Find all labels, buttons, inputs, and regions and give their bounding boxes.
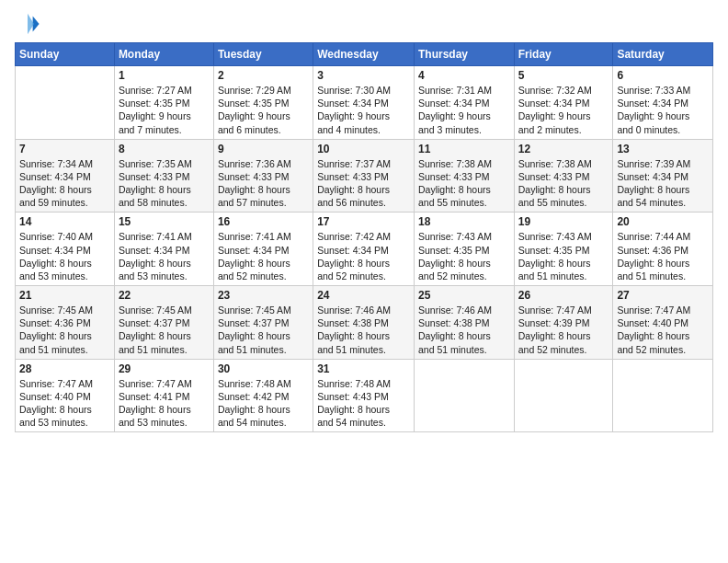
day-number: 4 (418, 69, 510, 82)
calendar-cell: 23Sunrise: 7:45 AM Sunset: 4:37 PM Dayli… (213, 286, 313, 360)
cell-info: Sunrise: 7:27 AM Sunset: 4:35 PM Dayligh… (119, 84, 210, 136)
cell-info: Sunrise: 7:41 AM Sunset: 4:34 PM Dayligh… (218, 230, 309, 282)
calendar-cell: 8Sunrise: 7:35 AM Sunset: 4:33 PM Daylig… (114, 139, 213, 213)
day-number: 2 (218, 69, 309, 82)
day-of-week-header: Wednesday (313, 43, 415, 66)
day-number: 16 (218, 215, 309, 228)
day-number: 8 (119, 143, 210, 155)
calendar-cell (613, 359, 713, 432)
day-number: 6 (617, 69, 709, 82)
calendar-week-row: 21Sunrise: 7:45 AM Sunset: 4:36 PM Dayli… (16, 286, 713, 360)
cell-info: Sunrise: 7:36 AM Sunset: 4:33 PM Dayligh… (218, 157, 309, 210)
cell-info: Sunrise: 7:46 AM Sunset: 4:38 PM Dayligh… (418, 304, 510, 356)
calendar-cell: 18Sunrise: 7:43 AM Sunset: 4:35 PM Dayli… (414, 213, 514, 286)
calendar-cell: 28Sunrise: 7:47 AM Sunset: 4:40 PM Dayli… (16, 359, 115, 432)
day-of-week-header: Thursday (414, 43, 514, 66)
cell-info: Sunrise: 7:47 AM Sunset: 4:41 PM Dayligh… (119, 377, 210, 430)
day-number: 7 (19, 143, 110, 155)
calendar-week-row: 7Sunrise: 7:34 AM Sunset: 4:34 PM Daylig… (16, 139, 713, 213)
calendar-header-row: SundayMondayTuesdayWednesdayThursdayFrid… (16, 43, 713, 66)
calendar-cell: 31Sunrise: 7:48 AM Sunset: 4:43 PM Dayli… (313, 359, 415, 432)
page-container: SundayMondayTuesdayWednesdayThursdayFrid… (0, 0, 728, 440)
cell-info: Sunrise: 7:47 AM Sunset: 4:40 PM Dayligh… (19, 377, 110, 430)
day-number: 31 (317, 362, 410, 375)
calendar-cell: 24Sunrise: 7:46 AM Sunset: 4:38 PM Dayli… (313, 286, 415, 360)
day-number: 23 (218, 289, 309, 302)
day-of-week-header: Friday (514, 43, 613, 66)
calendar-cell: 13Sunrise: 7:39 AM Sunset: 4:34 PM Dayli… (613, 139, 713, 213)
day-number: 13 (617, 143, 709, 155)
calendar-cell (514, 359, 613, 432)
day-number: 19 (518, 215, 609, 228)
day-number: 5 (518, 69, 609, 82)
calendar-cell: 17Sunrise: 7:42 AM Sunset: 4:34 PM Dayli… (313, 213, 415, 286)
cell-info: Sunrise: 7:38 AM Sunset: 4:33 PM Dayligh… (518, 157, 609, 210)
calendar-cell: 7Sunrise: 7:34 AM Sunset: 4:34 PM Daylig… (16, 139, 115, 213)
cell-info: Sunrise: 7:33 AM Sunset: 4:34 PM Dayligh… (617, 84, 709, 136)
cell-info: Sunrise: 7:45 AM Sunset: 4:37 PM Dayligh… (218, 304, 309, 356)
cell-info: Sunrise: 7:48 AM Sunset: 4:42 PM Dayligh… (218, 377, 309, 430)
day-number: 3 (317, 69, 410, 82)
day-number: 10 (317, 143, 410, 155)
calendar-cell: 25Sunrise: 7:46 AM Sunset: 4:38 PM Dayli… (414, 286, 514, 360)
cell-info: Sunrise: 7:40 AM Sunset: 4:34 PM Dayligh… (19, 230, 110, 282)
cell-info: Sunrise: 7:43 AM Sunset: 4:35 PM Dayligh… (418, 230, 510, 282)
day-number: 29 (119, 362, 210, 375)
calendar-cell: 6Sunrise: 7:33 AM Sunset: 4:34 PM Daylig… (613, 66, 713, 140)
cell-info: Sunrise: 7:39 AM Sunset: 4:34 PM Dayligh… (617, 157, 709, 210)
calendar-cell: 15Sunrise: 7:41 AM Sunset: 4:34 PM Dayli… (114, 213, 213, 286)
day-number: 21 (19, 289, 110, 302)
calendar-cell: 21Sunrise: 7:45 AM Sunset: 4:36 PM Dayli… (16, 286, 115, 360)
calendar-cell: 16Sunrise: 7:41 AM Sunset: 4:34 PM Dayli… (213, 213, 313, 286)
cell-info: Sunrise: 7:47 AM Sunset: 4:40 PM Dayligh… (617, 304, 709, 356)
calendar-week-row: 28Sunrise: 7:47 AM Sunset: 4:40 PM Dayli… (16, 359, 713, 432)
calendar-cell: 9Sunrise: 7:36 AM Sunset: 4:33 PM Daylig… (213, 139, 313, 213)
calendar-cell: 5Sunrise: 7:32 AM Sunset: 4:34 PM Daylig… (514, 66, 613, 140)
calendar-cell: 14Sunrise: 7:40 AM Sunset: 4:34 PM Dayli… (16, 213, 115, 286)
cell-info: Sunrise: 7:38 AM Sunset: 4:33 PM Dayligh… (418, 157, 510, 210)
calendar-cell (16, 66, 115, 140)
cell-info: Sunrise: 7:31 AM Sunset: 4:34 PM Dayligh… (418, 84, 510, 136)
day-number: 12 (518, 143, 609, 155)
day-of-week-header: Saturday (613, 43, 713, 66)
cell-info: Sunrise: 7:29 AM Sunset: 4:35 PM Dayligh… (218, 84, 309, 136)
calendar-cell (414, 359, 514, 432)
cell-info: Sunrise: 7:34 AM Sunset: 4:34 PM Dayligh… (19, 157, 110, 210)
day-number: 20 (617, 215, 709, 228)
logo (15, 11, 44, 37)
cell-info: Sunrise: 7:45 AM Sunset: 4:36 PM Dayligh… (19, 304, 110, 356)
cell-info: Sunrise: 7:32 AM Sunset: 4:34 PM Dayligh… (518, 84, 609, 136)
calendar: SundayMondayTuesdayWednesdayThursdayFrid… (15, 42, 713, 432)
day-number: 15 (119, 215, 210, 228)
calendar-cell: 4Sunrise: 7:31 AM Sunset: 4:34 PM Daylig… (414, 66, 514, 140)
day-number: 1 (119, 69, 210, 82)
day-number: 14 (19, 215, 110, 228)
day-of-week-header: Monday (114, 43, 213, 66)
day-of-week-header: Tuesday (213, 43, 313, 66)
day-number: 25 (418, 289, 510, 302)
calendar-cell: 1Sunrise: 7:27 AM Sunset: 4:35 PM Daylig… (114, 66, 213, 140)
calendar-cell: 12Sunrise: 7:38 AM Sunset: 4:33 PM Dayli… (514, 139, 613, 213)
calendar-cell: 22Sunrise: 7:45 AM Sunset: 4:37 PM Dayli… (114, 286, 213, 360)
calendar-cell: 3Sunrise: 7:30 AM Sunset: 4:34 PM Daylig… (313, 66, 415, 140)
header (15, 11, 713, 37)
day-of-week-header: Sunday (16, 43, 115, 66)
calendar-cell: 11Sunrise: 7:38 AM Sunset: 4:33 PM Dayli… (414, 139, 514, 213)
cell-info: Sunrise: 7:48 AM Sunset: 4:43 PM Dayligh… (317, 377, 410, 430)
day-number: 18 (418, 215, 510, 228)
calendar-week-row: 1Sunrise: 7:27 AM Sunset: 4:35 PM Daylig… (16, 66, 713, 140)
cell-info: Sunrise: 7:46 AM Sunset: 4:38 PM Dayligh… (317, 304, 410, 356)
cell-info: Sunrise: 7:42 AM Sunset: 4:34 PM Dayligh… (317, 230, 410, 282)
calendar-cell: 10Sunrise: 7:37 AM Sunset: 4:33 PM Dayli… (313, 139, 415, 213)
day-number: 9 (218, 143, 309, 155)
cell-info: Sunrise: 7:35 AM Sunset: 4:33 PM Dayligh… (119, 157, 210, 210)
cell-info: Sunrise: 7:43 AM Sunset: 4:35 PM Dayligh… (518, 230, 609, 282)
day-number: 30 (218, 362, 309, 375)
calendar-cell: 20Sunrise: 7:44 AM Sunset: 4:36 PM Dayli… (613, 213, 713, 286)
day-number: 27 (617, 289, 709, 302)
day-number: 24 (317, 289, 410, 302)
day-number: 17 (317, 215, 410, 228)
calendar-cell: 27Sunrise: 7:47 AM Sunset: 4:40 PM Dayli… (613, 286, 713, 360)
calendar-cell: 2Sunrise: 7:29 AM Sunset: 4:35 PM Daylig… (213, 66, 313, 140)
cell-info: Sunrise: 7:44 AM Sunset: 4:36 PM Dayligh… (617, 230, 709, 282)
